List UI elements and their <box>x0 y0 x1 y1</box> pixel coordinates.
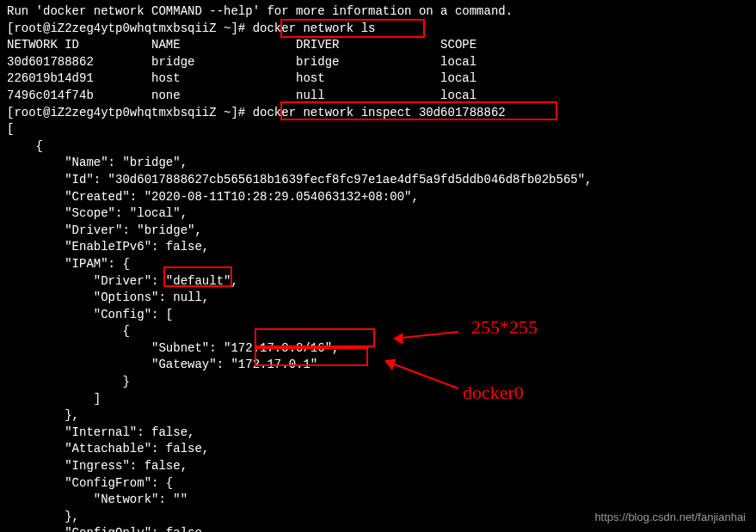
json-line: "IPAM": { <box>7 256 749 273</box>
highlight-box-subnet <box>255 328 375 347</box>
json-line: "Name": "bridge", <box>7 155 749 172</box>
json-line: "Config": [ <box>7 307 749 324</box>
json-line: "ConfigFrom": { <box>7 475 749 492</box>
terminal-output: Run 'docker network COMMAND --help' for … <box>7 3 749 532</box>
table-header: NETWORK ID NAME DRIVER SCOPE <box>7 37 749 54</box>
json-line: "Id": "30d6017888627cb565618b1639fecf8fc… <box>7 172 749 189</box>
help-text: Run 'docker network COMMAND --help' for … <box>7 3 749 21</box>
annotation-255: 255*255 <box>471 315 538 341</box>
table-row: 226019b14d91 host host local <box>7 70 749 88</box>
watermark-text: https://blog.csdn.net/fanjianhai <box>594 510 746 525</box>
json-line: "Created": "2020-08-11T10:28:29.05406313… <box>7 189 749 206</box>
json-line: "Ingress": false, <box>7 458 749 475</box>
arrow-icon <box>385 328 463 345</box>
prompt-text: [root@iZ2zeg4ytp0whqtmxbsqiiZ ~]# <box>7 106 245 119</box>
highlight-box-default <box>163 266 232 287</box>
svg-line-2 <box>385 361 458 388</box>
json-line: { <box>7 323 749 340</box>
svg-line-0 <box>394 332 458 339</box>
svg-marker-3 <box>385 359 396 370</box>
json-line: "Internal": false, <box>7 425 749 442</box>
highlight-box-gateway <box>255 347 368 366</box>
highlight-box-cmd1 <box>280 19 425 38</box>
annotation-docker0: docker0 <box>463 380 524 407</box>
prompt-text: [root@iZ2zeg4ytp0whqtmxbsqiiZ ~]# <box>7 21 245 35</box>
json-line: "Attachable": false, <box>7 441 749 458</box>
json-line: "Options": null, <box>7 290 749 307</box>
table-row: 30d601788862 bridge bridge local <box>7 54 749 71</box>
svg-marker-1 <box>394 333 403 344</box>
json-line: [ <box>7 121 749 138</box>
json-line: "ConfigOnly": false, <box>7 525 749 532</box>
json-line: "Driver": "bridge", <box>7 223 749 240</box>
arrow-icon <box>377 354 463 397</box>
json-line: "EnableIPv6": false, <box>7 239 749 256</box>
json-line: "Network": "" <box>7 492 749 509</box>
json-line: "Driver": "default", <box>7 273 749 290</box>
json-line: { <box>7 138 749 156</box>
highlight-box-cmd2 <box>280 101 557 120</box>
json-line: }, <box>7 407 749 425</box>
json-line: "Scope": "local", <box>7 205 749 223</box>
